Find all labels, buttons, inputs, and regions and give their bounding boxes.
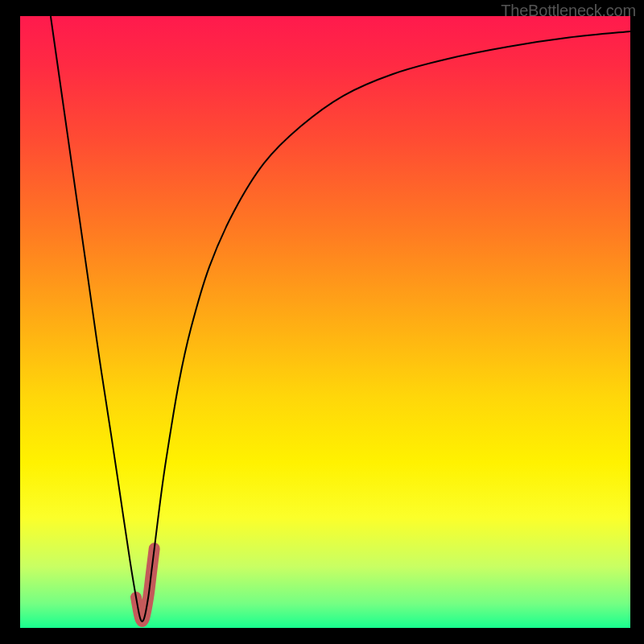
bottleneck-curve (51, 16, 630, 621)
watermark-text: TheBottleneck.com (501, 2, 636, 20)
chart-frame: { "watermark": "TheBottleneck.com", "plo… (0, 0, 644, 644)
curve-layer (20, 16, 630, 628)
plot-area (20, 16, 630, 628)
